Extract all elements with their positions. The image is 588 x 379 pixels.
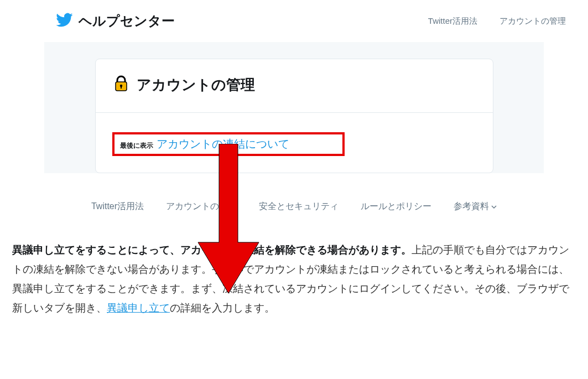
link-appeal[interactable]: 異議申し立て (107, 302, 170, 314)
content-box: アカウントの管理 最後に表示 アカウントの凍結について (44, 42, 544, 173)
svg-rect-2 (121, 86, 122, 89)
lock-icon (112, 75, 130, 95)
header: ヘルプセンター Twitter活用法 アカウントの管理 (0, 0, 588, 42)
paragraph-bold: 異議申し立てをすることによって、アカウントの凍結を解除できる場合があります。 (12, 244, 412, 256)
card-body: 最後に表示 アカウントの凍結について (96, 113, 493, 173)
sub-nav: Twitter活用法 アカウントの管理 安全とセキュリティ ルールとポリシー 参… (0, 173, 588, 229)
subnav-label: Twitter活用法 (91, 201, 144, 212)
subnav-label: 参考資料 (454, 201, 489, 212)
subnav-references[interactable]: 参考資料 (454, 201, 497, 212)
nav-item-twitter-usage[interactable]: Twitter活用法 (428, 16, 477, 27)
nav-item-account-management[interactable]: アカウントの管理 (499, 16, 566, 27)
highlighted-link-row: 最後に表示 アカウントの凍結について (112, 132, 345, 156)
header-nav: Twitter活用法 アカウントの管理 (428, 16, 566, 27)
subnav-label: ルールとポリシー (361, 201, 431, 212)
subnav-account-management[interactable]: アカウントの管理 (166, 201, 237, 212)
last-viewed-label: 最後に表示 (120, 141, 153, 150)
twitter-icon (55, 11, 73, 31)
paragraph-text-2: の詳細を入力します。 (170, 302, 275, 314)
help-center-title: ヘルプセンター (79, 12, 175, 30)
subnav-rules-policies[interactable]: ルールとポリシー (361, 201, 431, 212)
link-account-suspension[interactable]: アカウントの凍結について (157, 137, 289, 152)
subnav-label: アカウントの管理 (166, 201, 237, 212)
subnav-safety-security[interactable]: 安全とセキュリティ (259, 201, 339, 212)
subnav-twitter-usage[interactable]: Twitter活用法 (91, 201, 144, 212)
card-title: アカウントの管理 (137, 75, 255, 95)
chevron-down-icon (491, 202, 497, 212)
header-left: ヘルプセンター (55, 11, 175, 31)
paragraph-body: 異議申し立てをすることによって、アカウントの凍結を解除できる場合があります。上記… (0, 229, 588, 318)
card-header: アカウントの管理 (96, 59, 493, 113)
subnav-label: 安全とセキュリティ (259, 201, 339, 212)
card-account-management: アカウントの管理 最後に表示 アカウントの凍結について (95, 59, 493, 173)
